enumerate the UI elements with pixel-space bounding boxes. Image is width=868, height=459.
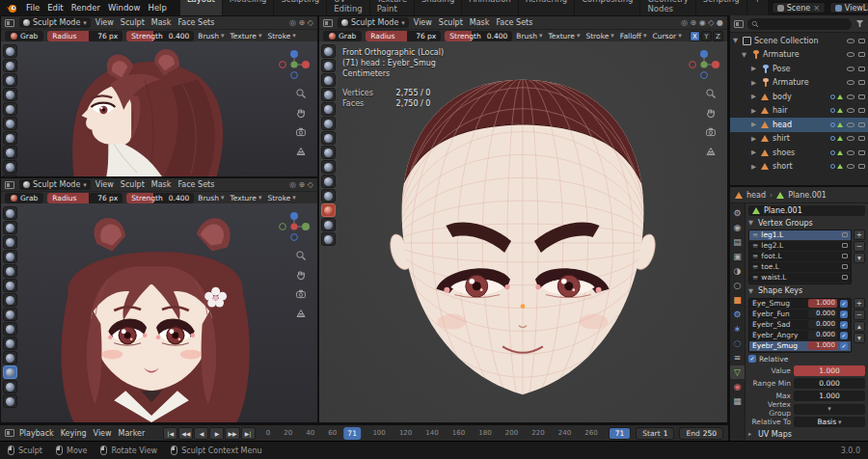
vertex-group-row[interactable]: ≡ foot.L: [749, 252, 851, 262]
brush-tool-button[interactable]: [3, 146, 17, 159]
viewport-nav-icons[interactable]: [705, 88, 717, 157]
properties-tab[interactable]: ◉: [730, 380, 745, 393]
properties-tab[interactable]: ≡: [730, 351, 745, 364]
relative-checkbox[interactable]: ✓: [748, 355, 756, 363]
properties-tab[interactable]: ▤: [730, 235, 745, 249]
properties-tab[interactable]: ■: [730, 293, 745, 307]
brush-tool-button[interactable]: [3, 88, 17, 101]
outliner-row[interactable]: ▶ short: [730, 160, 868, 175]
expand-caret-icon[interactable]: ▶: [751, 107, 758, 115]
shape-key-row[interactable]: Eyebr_Smug 1.000 ✓: [749, 341, 851, 352]
viewport-menu[interactable]: Sculpt: [439, 18, 463, 27]
shape-key-row[interactable]: Eyebr_Angry 0.000 ✓: [749, 331, 851, 341]
header-option-icons[interactable]: ◎ ⊕ ◇: [289, 180, 313, 189]
radius-slider[interactable]: Radius76 px: [47, 193, 122, 203]
remove-button[interactable]: −: [854, 241, 865, 252]
nav-gizmo[interactable]: [276, 46, 312, 83]
brush-tool-button[interactable]: [321, 44, 336, 58]
shape-key-value[interactable]: 1.000: [808, 299, 837, 308]
brush-tool-button[interactable]: [3, 44, 17, 58]
nav-gizmo[interactable]: [276, 208, 312, 245]
outliner-row[interactable]: ▶ body: [730, 90, 868, 104]
brush-tool-button[interactable]: [3, 337, 17, 350]
viewport-menu[interactable]: Mask: [151, 180, 172, 189]
breadcrumb-object[interactable]: head: [746, 191, 766, 200]
brush-tool-button[interactable]: [321, 88, 336, 101]
mode-dropdown[interactable]: Sculpt Mode ▾: [19, 179, 91, 190]
playhead[interactable]: 71: [343, 427, 361, 440]
viewlayer-selector[interactable]: ViewLayer: [829, 2, 868, 14]
brush-tool-button[interactable]: [3, 351, 17, 364]
viewport-side[interactable]: Sculpt Mode ▾ ViewSculptMaskFace Sets ◎ …: [0, 15, 318, 177]
lock-icon[interactable]: [842, 264, 848, 269]
lock-icon[interactable]: [842, 254, 848, 258]
visibility-toggles[interactable]: [847, 122, 865, 127]
timeline-menu[interactable]: Playback: [19, 429, 54, 438]
specials-menu-button[interactable]: ▾: [854, 253, 865, 263]
properties-tab[interactable]: ◑: [730, 264, 745, 278]
brush-tool-button[interactable]: [321, 189, 336, 202]
vertex-group-row[interactable]: ≡ toe.L: [749, 262, 851, 273]
properties-tab[interactable]: ▽: [730, 365, 745, 379]
visibility-toggles[interactable]: [847, 80, 865, 85]
brush-tool-button[interactable]: [321, 218, 336, 231]
transport-button[interactable]: ▶|: [241, 427, 256, 440]
datablock-name-field[interactable]: Plane.001: [748, 205, 865, 216]
transport-button[interactable]: ▶▶: [225, 427, 239, 440]
brush-settings-dropdown[interactable]: Cursor▾: [653, 32, 682, 40]
expand-caret-icon[interactable]: ▼: [733, 37, 740, 44]
brush-tool-button[interactable]: [3, 206, 17, 220]
brush-tool-button[interactable]: [3, 380, 17, 393]
viewport-menu[interactable]: Mask: [151, 18, 172, 27]
lock-icon[interactable]: [842, 232, 848, 237]
strength-slider[interactable]: Strength0.400: [126, 31, 194, 41]
brush-settings-dropdown[interactable]: Stroke▾: [267, 194, 295, 202]
nav-gizmo[interactable]: [686, 46, 722, 83]
workspace-tab[interactable]: Shading: [415, 0, 462, 15]
brush-tool-button[interactable]: [3, 73, 17, 87]
brush-tool-button[interactable]: [3, 250, 17, 263]
range-max-field[interactable]: 1.000: [794, 391, 865, 401]
brush-tool-button[interactable]: [3, 117, 17, 130]
timeline-ruler[interactable]: 020406080100120140160180200220240260 71: [266, 425, 598, 441]
transport-button[interactable]: |◀: [163, 427, 177, 440]
mirror-axis-button[interactable]: X: [690, 31, 700, 41]
viewport-menu[interactable]: View: [95, 180, 114, 189]
blender-logo-icon[interactable]: [6, 3, 18, 14]
properties-tab[interactable]: ▦: [730, 394, 745, 408]
brush-tool-button[interactable]: [321, 203, 336, 217]
brush-settings-dropdown[interactable]: Texture▾: [230, 32, 261, 40]
radius-slider[interactable]: Radius76 px: [366, 31, 441, 41]
add-button[interactable]: +: [854, 298, 865, 309]
viewport-menu[interactable]: View: [95, 18, 114, 27]
workspace-tab[interactable]: Texture Paint: [370, 0, 414, 15]
viewport-front-shaded[interactable]: Sculpt Mode ▾ ViewSculptMaskFace Sets ◎ …: [0, 177, 318, 423]
scene-selector[interactable]: Scene ×: [772, 2, 826, 14]
visibility-toggles[interactable]: [847, 67, 865, 71]
move-down-button[interactable]: ▾: [854, 333, 865, 343]
visibility-toggles[interactable]: [847, 39, 865, 43]
lock-icon[interactable]: [842, 275, 848, 280]
brush-tool-button[interactable]: [321, 131, 336, 145]
expand-caret-icon[interactable]: ▶: [751, 93, 758, 100]
brush-tool-button[interactable]: [3, 264, 17, 278]
frame-start-field[interactable]: Start1: [636, 427, 674, 440]
brush-settings-dropdown[interactable]: Stroke▾: [267, 32, 295, 40]
expand-caret-icon[interactable]: ▶: [751, 121, 758, 128]
uv-maps-section-header[interactable]: ▸UV Maps: [748, 429, 865, 439]
brush-tool-button[interactable]: [321, 73, 336, 87]
expand-caret-icon[interactable]: ▶: [751, 148, 758, 156]
viewport-3d-area[interactable]: [1, 41, 317, 176]
editor-type-icon[interactable]: [5, 429, 14, 437]
viewport-menu[interactable]: View: [414, 18, 432, 27]
brush-settings-dropdown[interactable]: Falloff▾: [620, 32, 647, 40]
viewport-menu[interactable]: Face Sets: [177, 18, 214, 27]
mute-checkbox[interactable]: ✓: [840, 332, 848, 339]
vertex-group-row[interactable]: ≡ leg1.L: [749, 230, 851, 241]
editor-type-icon[interactable]: [734, 20, 744, 28]
header-option-icons[interactable]: ◎ ⊕ ◇: [289, 18, 313, 27]
brush-tool-button[interactable]: [3, 394, 17, 408]
outliner-row[interactable]: ▶ Armature: [730, 76, 868, 91]
viewport-3d-area[interactable]: Front Orthographic (Local) (71) head : E…: [319, 41, 727, 422]
active-tool-chip[interactable]: Grab: [323, 31, 362, 41]
